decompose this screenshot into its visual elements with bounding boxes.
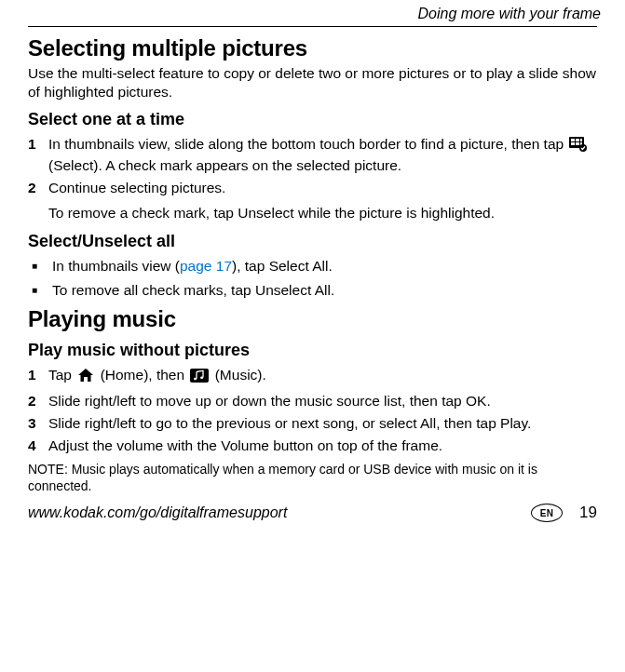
text-run: In thumbnails view, slide along the bott… (48, 136, 567, 152)
list-item: 4 Adjust the volume with the Volume butt… (28, 437, 597, 455)
step-number: 1 (28, 135, 48, 175)
list-item: In thumbnails view (page 17), tap Select… (28, 257, 597, 276)
heading-selecting-multiple: Selecting multiple pictures (28, 36, 597, 60)
running-head: Doing more with your frame (28, 6, 601, 22)
text-run: Tap (48, 367, 75, 383)
list-item: 3 Slide right/left to go to the previous… (28, 414, 597, 433)
svg-rect-1 (571, 139, 575, 141)
step-text: Adjust the volume with the Volume button… (48, 437, 597, 455)
bullet-text: To remove all check marks, tap Unselect … (52, 281, 334, 300)
list-item: 2 Slide right/left to move up or down th… (28, 392, 597, 410)
heading-playing-music: Playing music (28, 307, 597, 331)
ordered-list-select-one: 1 In thumbnails view, slide along the bo… (28, 135, 597, 197)
step-number: 3 (28, 414, 48, 433)
text-run: ), tap Select All. (232, 258, 333, 274)
page-reference-link[interactable]: page 17 (180, 258, 232, 274)
bullet-list-select-all: In thumbnails view (page 17), tap Select… (28, 257, 597, 300)
note-text: NOTE: Music plays automatically when a m… (28, 461, 597, 494)
home-icon (77, 369, 94, 387)
step-text: In thumbnails view, slide along the bott… (48, 135, 597, 175)
page-number: 19 (579, 504, 597, 522)
intro-paragraph: Use the multi-select feature to copy or … (28, 64, 597, 101)
step-number: 1 (28, 366, 48, 387)
step-number: 2 (28, 392, 48, 410)
language-badge: EN (531, 504, 563, 522)
header-rule (28, 26, 597, 27)
footer-url[interactable]: www.kodak.com/go/digitalframesupport (28, 504, 287, 521)
svg-rect-8 (190, 369, 209, 383)
select-icon (569, 137, 588, 156)
text-run: (Home), then (101, 367, 189, 383)
step-text: Slide right/left to move up or down the … (48, 392, 597, 410)
page-footer: www.kodak.com/go/digitalframesupport EN … (28, 504, 597, 522)
bullet-text: In thumbnails view (page 17), tap Select… (52, 257, 333, 276)
step-number: 4 (28, 437, 48, 455)
text-run: In thumbnails view ( (52, 258, 180, 274)
svg-rect-4 (571, 142, 575, 145)
step-text: Tap (Home), then (Music). (48, 366, 597, 387)
step-text: Continue selecting pictures. (48, 179, 597, 197)
list-item: 1 Tap (Home), then (Music). (28, 366, 597, 387)
svg-rect-5 (576, 142, 579, 145)
music-icon (190, 369, 209, 387)
subheading-music-no-pictures: Play music without pictures (28, 341, 597, 360)
text-run: (Select). A check mark appears on the se… (48, 157, 401, 173)
list-item: To remove all check marks, tap Unselect … (28, 281, 597, 300)
subheading-select-all: Select/Unselect all (28, 232, 597, 251)
svg-point-9 (194, 378, 197, 380)
svg-rect-3 (580, 139, 582, 141)
subheading-select-one: Select one at a time (28, 110, 597, 129)
ordered-list-music: 1 Tap (Home), then (Music). (28, 366, 597, 455)
step-text: Slide right/left to go to the previous o… (48, 414, 597, 433)
text-run: (Music). (215, 367, 266, 383)
step-number: 2 (28, 179, 48, 197)
svg-point-10 (200, 377, 203, 379)
list-item: 1 In thumbnails view, slide along the bo… (28, 135, 597, 175)
list-item: 2 Continue selecting pictures. (28, 179, 597, 197)
svg-rect-2 (576, 139, 579, 141)
body-note: To remove a check mark, tap Unselect whi… (48, 204, 597, 222)
